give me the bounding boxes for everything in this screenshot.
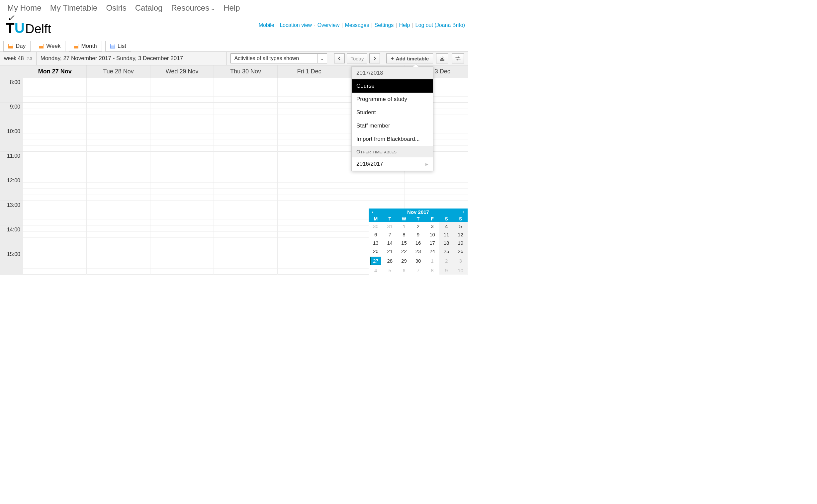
minical-day[interactable]: 21 [383, 247, 397, 255]
time-slot[interactable] [87, 158, 150, 164]
time-slot[interactable] [23, 250, 86, 256]
time-slot[interactable] [405, 176, 468, 183]
time-slot[interactable] [23, 183, 86, 189]
time-slot[interactable] [278, 250, 341, 256]
minical-day[interactable]: 2 [439, 255, 454, 266]
minical-day[interactable]: 14 [383, 239, 397, 247]
time-slot[interactable] [214, 152, 277, 158]
minical-day[interactable]: 15 [397, 239, 411, 247]
time-slot[interactable] [23, 232, 86, 238]
time-slot[interactable] [278, 189, 341, 195]
minical-day[interactable]: 10 [425, 230, 439, 239]
day-header[interactable]: Wed 29 Nov [150, 65, 214, 78]
minical-day[interactable]: 4 [369, 266, 383, 275]
time-slot[interactable] [87, 256, 150, 263]
minical-day[interactable]: 6 [369, 230, 383, 239]
time-slot[interactable] [150, 121, 214, 127]
time-slot[interactable] [23, 256, 86, 263]
time-slot[interactable] [278, 78, 341, 84]
time-slot[interactable] [87, 115, 150, 121]
time-slot[interactable] [23, 195, 86, 201]
time-slot[interactable] [341, 183, 404, 189]
time-slot[interactable] [214, 238, 277, 244]
add-timetable-button[interactable]: + Add timetable [386, 53, 433, 63]
minical-day[interactable]: 8 [425, 266, 439, 275]
time-slot[interactable] [150, 256, 214, 263]
time-slot[interactable] [214, 170, 277, 177]
time-slot[interactable] [278, 109, 341, 115]
nav-my-timetable[interactable]: My Timetable [50, 3, 98, 13]
time-slot[interactable] [214, 232, 277, 238]
time-slot[interactable] [87, 176, 150, 183]
time-slot[interactable] [278, 164, 341, 170]
tab-week[interactable]: Week [34, 41, 65, 51]
time-slot[interactable] [150, 133, 214, 140]
time-slot[interactable] [87, 78, 150, 84]
dropdown-item[interactable]: Student [352, 106, 433, 119]
time-slot[interactable] [150, 195, 214, 201]
time-slot[interactable] [214, 109, 277, 115]
minical-day[interactable]: 5 [453, 222, 468, 230]
time-slot[interactable] [278, 213, 341, 219]
time-slot[interactable] [341, 189, 404, 195]
time-slot[interactable] [23, 244, 86, 250]
time-slot[interactable] [150, 152, 214, 158]
time-slot[interactable] [23, 84, 86, 91]
time-slot[interactable] [214, 213, 277, 219]
time-slot[interactable] [87, 201, 150, 207]
time-slot[interactable] [150, 170, 214, 177]
nav-my-home[interactable]: My Home [7, 3, 42, 13]
time-slot[interactable] [87, 219, 150, 226]
time-slot[interactable] [405, 183, 468, 189]
minical-day[interactable]: 3 [425, 222, 439, 230]
dropdown-item[interactable]: Staff member [352, 119, 433, 132]
time-slot[interactable] [23, 238, 86, 244]
time-slot[interactable] [87, 225, 150, 232]
time-slot[interactable] [23, 158, 86, 164]
time-slot[interactable] [214, 146, 277, 152]
time-slot[interactable] [87, 152, 150, 158]
download-button[interactable] [436, 53, 448, 63]
time-slot[interactable] [150, 201, 214, 207]
time-slot[interactable] [23, 109, 86, 115]
time-slot[interactable] [214, 183, 277, 189]
time-slot[interactable] [150, 225, 214, 232]
time-slot[interactable] [278, 170, 341, 177]
time-slot[interactable] [150, 213, 214, 219]
time-slot[interactable] [23, 78, 86, 84]
time-slot[interactable] [87, 195, 150, 201]
minical-day[interactable]: 22 [397, 247, 411, 255]
time-slot[interactable] [87, 207, 150, 213]
time-slot[interactable] [23, 133, 86, 140]
time-slot[interactable] [150, 97, 214, 103]
time-slot[interactable] [23, 225, 86, 232]
day-header[interactable]: Fri 1 Dec [278, 65, 341, 78]
link-location-view[interactable]: Location view [280, 22, 312, 28]
time-slot[interactable] [278, 269, 341, 275]
time-slot[interactable] [87, 269, 150, 275]
minical-day[interactable]: 1 [425, 255, 439, 266]
time-slot[interactable] [214, 250, 277, 256]
time-slot[interactable] [278, 195, 341, 201]
time-slot[interactable] [278, 84, 341, 91]
nav-catalog[interactable]: Catalog [135, 3, 163, 13]
time-slot[interactable] [278, 219, 341, 226]
time-slot[interactable] [150, 232, 214, 238]
day-header[interactable]: Mon 27 Nov [23, 65, 87, 78]
time-slot[interactable] [87, 170, 150, 177]
time-slot[interactable] [278, 139, 341, 146]
time-slot[interactable] [278, 225, 341, 232]
minical-day[interactable]: 10 [453, 266, 468, 275]
time-slot[interactable] [87, 244, 150, 250]
minical-day[interactable]: 16 [411, 239, 425, 247]
time-slot[interactable] [150, 84, 214, 91]
link-logout[interactable]: Log out (Joana Brito) [415, 22, 465, 28]
time-slot[interactable] [150, 183, 214, 189]
time-slot[interactable] [87, 183, 150, 189]
link-overview[interactable]: Overview [318, 22, 340, 28]
time-slot[interactable] [150, 139, 214, 146]
minical-day[interactable]: 31 [383, 222, 397, 230]
minical-day[interactable]: 18 [439, 239, 454, 247]
chevron-down-icon[interactable]: ⌄ [317, 54, 327, 63]
time-slot[interactable] [214, 201, 277, 207]
